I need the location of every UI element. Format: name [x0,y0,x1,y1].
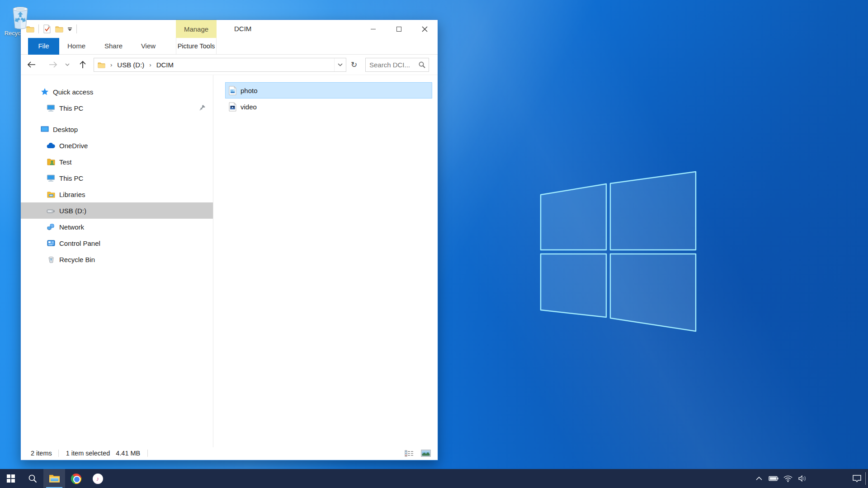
thumbnail-view-icon [421,450,431,457]
sidebar-item-control-panel[interactable]: Control Panel [21,235,213,251]
sidebar-item-network[interactable]: Network [21,219,213,235]
title-bar: Manage DCIM [21,20,438,38]
action-center-icon [853,475,861,483]
sidebar-item-desktop[interactable]: Desktop [21,121,213,137]
sidebar-item-recycle-bin[interactable]: Recycle Bin [21,251,213,267]
show-hidden-icons-button[interactable] [752,469,766,488]
usb-drive-icon [47,208,55,213]
address-folder-icon [98,62,105,68]
breadcrumb-separator: › [110,61,112,68]
minimize-button[interactable] [360,20,386,38]
sidebar-item-libraries[interactable]: Libraries [21,186,213,202]
up-button[interactable] [76,58,90,71]
taskbar-search-button[interactable] [22,469,43,488]
address-dropdown-button[interactable] [334,58,346,71]
show-desktop-button[interactable] [865,472,866,485]
sidebar-item-quick-access[interactable]: Quick access [21,84,213,100]
action-center-button[interactable] [849,469,864,488]
sidebar-item-label: Desktop [53,126,78,133]
view-toggles [403,448,432,459]
properties-check-icon[interactable] [43,24,51,33]
search-input[interactable] [366,61,419,69]
file-item-video[interactable]: video [225,99,432,115]
ribbon-contextual-tab-manage[interactable]: Manage [176,20,217,38]
details-view-button[interactable] [403,448,415,459]
libraries-icon [47,191,55,198]
new-folder-icon[interactable] [55,26,63,33]
minimize-icon [371,29,376,29]
sidebar-item-this-pc-pinned[interactable]: This PC [21,100,213,116]
sidebar-item-label: Test [59,158,72,166]
tab-file[interactable]: File [28,38,59,55]
taskbar: ♪ [0,469,868,488]
battery-tray-button[interactable] [766,469,781,488]
maximize-icon [396,27,401,32]
file-item-photo[interactable]: photo [225,82,432,99]
sidebar-item-label: This PC [59,174,83,182]
wifi-tray-button[interactable] [781,469,795,488]
back-button[interactable] [24,58,38,71]
breadcrumb-separator: › [149,61,151,68]
sidebar-item-label: Libraries [59,191,85,198]
breadcrumb-dcim[interactable]: DCIM [156,61,174,69]
this-pc-icon [47,174,55,182]
video-file-icon [229,102,236,112]
quick-access-toolbar [26,20,77,38]
recycle-bin-desktop-icon[interactable] [10,5,31,30]
search-box[interactable] [365,58,429,72]
sidebar-item-label: Recycle Bin [59,256,95,263]
forward-button[interactable] [46,58,60,71]
control-panel-icon [47,240,55,246]
pin-icon [199,104,206,111]
recycle-bin-small-icon [47,256,55,263]
sidebar-item-usb-drive[interactable]: USB (D:) [21,202,213,219]
sidebar-item-onedrive[interactable]: OneDrive [21,137,213,154]
system-tray [752,469,868,488]
status-bar: 2 items 1 item selected 4.41 MB [21,446,438,460]
onedrive-cloud-icon [47,143,55,149]
tab-view[interactable]: View [135,38,162,55]
chevron-up-icon [756,477,762,480]
file-name: video [241,103,257,111]
sidebar-item-label: Quick access [53,88,93,96]
up-arrow-icon [80,61,86,69]
chrome-icon [71,474,81,484]
taskbar-chrome-button[interactable] [65,469,87,488]
item-count: 2 items [31,450,52,457]
sidebar-item-label: Control Panel [59,239,100,247]
start-button[interactable] [0,469,22,488]
address-bar[interactable]: › USB (D:) › DCIM [94,58,346,72]
file-explorer-window: Manage DCIM File Home Share View Picture… [20,19,438,460]
recent-locations-dropdown[interactable] [62,58,72,71]
windows-logo-wallpaper [536,168,698,334]
details-view-icon [405,450,414,457]
large-icons-view-button[interactable] [420,448,432,459]
close-icon [422,26,428,32]
status-separator [58,450,59,457]
navigation-bar: › USB (D:) › DCIM ↻ [21,55,438,75]
tab-home[interactable]: Home [63,38,90,55]
speaker-icon [798,475,807,482]
refresh-button[interactable]: ↻ [347,58,361,72]
selection-size: 4.41 MB [116,450,140,457]
taskbar-file-explorer-button[interactable] [43,469,65,488]
windows-start-icon [7,474,15,483]
battery-icon [769,476,778,481]
taskbar-itunes-button[interactable]: ♪ [87,469,108,488]
breadcrumb-usb-drive[interactable]: USB (D:) [117,61,144,69]
tab-picture-tools[interactable]: Picture Tools [176,38,217,55]
sidebar-item-this-pc[interactable]: This PC [21,170,213,186]
image-file-icon [229,86,236,95]
volume-tray-button[interactable] [795,469,810,488]
file-explorer-icon [49,474,60,483]
user-folder-icon [47,158,55,165]
maximize-button[interactable] [386,20,412,38]
customize-toolbar-dropdown-icon[interactable] [67,27,72,31]
tab-share[interactable]: Share [100,38,127,55]
close-button[interactable] [412,20,438,38]
sidebar-item-label: This PC [59,104,83,112]
search-icon[interactable] [419,61,425,68]
itunes-icon: ♪ [93,474,103,484]
quick-access-star-icon [40,88,49,96]
sidebar-item-test-user-folder[interactable]: Test [21,154,213,170]
